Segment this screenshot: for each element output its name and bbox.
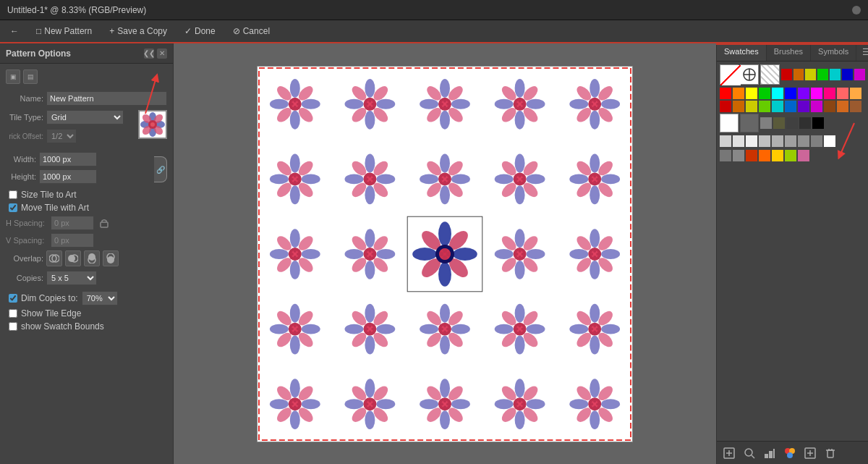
swatch-cell[interactable] <box>720 135 731 147</box>
show-find-field-button[interactable] <box>741 445 757 461</box>
magenta-swatch[interactable] <box>854 69 865 80</box>
pattern-swatch[interactable] <box>760 64 779 85</box>
swatch-cell[interactable] <box>837 88 848 99</box>
swatch-cell[interactable] <box>850 101 861 112</box>
check-icon: ✓ <box>184 26 192 36</box>
swatch-cell[interactable] <box>785 135 796 147</box>
title-bar-close[interactable] <box>852 6 861 14</box>
new-swatch-button[interactable] <box>802 445 818 461</box>
swatch-cell[interactable] <box>773 117 785 129</box>
svg-point-57 <box>443 248 447 253</box>
swatch-cell[interactable] <box>759 101 770 112</box>
tab-swatches[interactable]: Swatches <box>717 43 767 61</box>
pattern-icon-2[interactable]: ▤ <box>23 69 38 84</box>
swatch-cell[interactable] <box>811 88 822 99</box>
svg-point-60 <box>446 252 451 256</box>
cyan-swatch[interactable] <box>830 69 841 80</box>
new-swatch-group-button[interactable] <box>721 445 737 461</box>
pattern-toolbar: ← □ New Pattern + Save a Copy ✓ Done ⊘ C… <box>0 20 868 43</box>
swatch-cell[interactable] <box>759 135 770 147</box>
swatch-cell[interactable] <box>733 150 744 161</box>
copies-select[interactable]: 5 x 5 3 x 3 7 x 7 <box>46 271 97 285</box>
swatch-cell[interactable] <box>772 135 783 147</box>
size-tile-checkbox[interactable] <box>9 190 17 199</box>
swatch-row-1 <box>720 88 865 99</box>
none-swatch[interactable] <box>720 64 739 85</box>
overlap-btn-4[interactable] <box>103 250 119 266</box>
show-swatch-bounds-checkbox[interactable] <box>9 322 17 331</box>
tile-type-select[interactable]: Grid Brick by Row Brick by Column Hex by… <box>46 110 124 125</box>
svg-line-72 <box>752 455 754 458</box>
collapse-panel-button[interactable]: ❮❮ <box>144 48 154 59</box>
new-pattern-button[interactable]: □ New Pattern <box>32 25 96 38</box>
tab-brushes[interactable]: Brushes <box>767 43 811 61</box>
swatch-cell[interactable] <box>733 135 744 147</box>
dim-copies-checkbox[interactable] <box>9 294 17 303</box>
svg-line-67 <box>840 123 854 156</box>
new-color-group-button[interactable] <box>782 445 798 461</box>
overlap-btn-1[interactable] <box>46 250 62 266</box>
h-spacing-input[interactable] <box>51 216 94 230</box>
swatch-cell[interactable] <box>746 150 757 161</box>
h-spacing-lock-icon <box>99 218 109 228</box>
panel-menu-button[interactable]: ☰ <box>856 43 868 61</box>
swatch-cell[interactable] <box>720 88 731 99</box>
width-input[interactable] <box>39 152 97 166</box>
show-tile-edge-checkbox[interactable] <box>9 309 17 318</box>
blue-swatch[interactable] <box>842 69 853 80</box>
swatch-cell[interactable] <box>760 117 772 129</box>
cancel-label: Cancel <box>243 26 270 36</box>
swatch-cell[interactable] <box>733 88 744 99</box>
overlap-btn-2[interactable] <box>65 250 81 266</box>
yellow-swatch[interactable] <box>805 69 816 80</box>
dim-copies-select[interactable]: 70% 50% 30% <box>82 291 118 305</box>
cancel-button[interactable]: ⊘ Cancel <box>229 25 274 38</box>
swatch-cell[interactable] <box>798 150 809 161</box>
orange-swatch[interactable] <box>793 69 804 80</box>
move-tile-checkbox[interactable] <box>9 203 17 212</box>
swatch-cell[interactable] <box>759 88 770 99</box>
tab-symbols[interactable]: Symbols <box>811 43 856 61</box>
gray-swatch[interactable] <box>740 114 759 132</box>
swatch-cell[interactable] <box>824 88 835 99</box>
close-panel-button[interactable]: ✕ <box>157 48 167 59</box>
white-swatch[interactable] <box>720 114 739 132</box>
done-button[interactable]: ✓ Done <box>180 25 220 38</box>
swatch-cell[interactable] <box>746 135 757 147</box>
swatch-cell[interactable] <box>733 101 744 112</box>
swatch-cell[interactable] <box>759 150 770 161</box>
back-button[interactable]: ← <box>6 25 23 38</box>
swatch-cell[interactable] <box>720 150 731 161</box>
swatch-cell[interactable] <box>798 88 809 99</box>
swatch-cell[interactable] <box>786 117 798 129</box>
brick-offset-select[interactable]: 1/2 <box>46 129 77 143</box>
height-input[interactable] <box>39 169 97 184</box>
v-spacing-input[interactable] <box>51 233 94 248</box>
pattern-icon-1[interactable]: ▣ <box>6 69 20 84</box>
swatch-cell[interactable] <box>798 135 809 147</box>
swatch-cell[interactable] <box>746 88 757 99</box>
swatch-cell[interactable] <box>785 150 796 161</box>
swatch-cell[interactable] <box>746 101 757 112</box>
swatch-cell[interactable] <box>799 117 811 129</box>
back-icon: ← <box>10 26 19 36</box>
swatch-libraries-button[interactable] <box>762 445 778 461</box>
swatch-cell[interactable] <box>720 101 731 112</box>
swatch-cell[interactable] <box>798 101 809 112</box>
swatch-cell[interactable] <box>811 101 822 112</box>
green-swatch[interactable] <box>817 69 828 80</box>
link-dimensions-button[interactable]: 🔗 <box>154 156 167 182</box>
swatch-cell[interactable] <box>824 101 835 112</box>
red-swatch[interactable] <box>781 69 792 80</box>
delete-swatch-button[interactable] <box>822 445 838 461</box>
swatch-cell[interactable] <box>772 101 783 112</box>
swatch-cell[interactable] <box>785 88 796 99</box>
swatch-cell[interactable] <box>850 88 861 99</box>
registration-swatch[interactable] <box>740 64 759 85</box>
swatch-cell[interactable] <box>837 101 848 112</box>
overlap-btn-3[interactable] <box>84 250 100 266</box>
save-copy-button[interactable]: + Save a Copy <box>105 25 171 38</box>
swatch-cell[interactable] <box>772 150 783 161</box>
swatch-cell[interactable] <box>772 88 783 99</box>
swatch-cell[interactable] <box>785 101 796 112</box>
